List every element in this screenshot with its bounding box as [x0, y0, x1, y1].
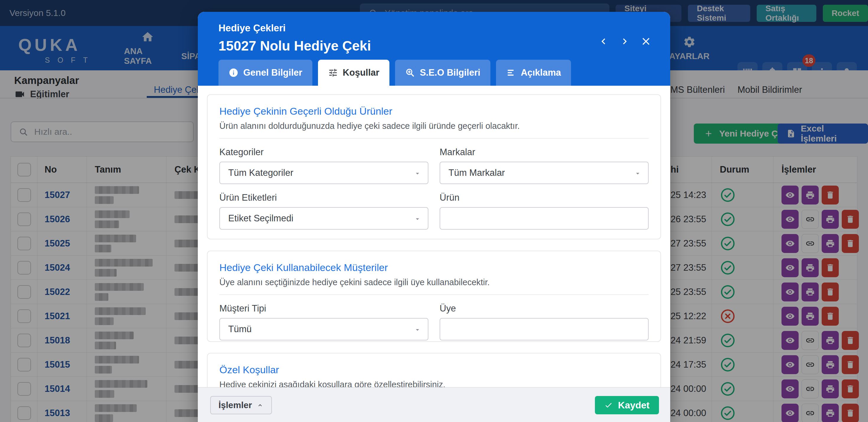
section-special-conditions: Özel Koşullar Hediye çekinizi aşağıdaki …: [207, 353, 661, 387]
section-title: Özel Koşullar: [219, 364, 649, 375]
categories-select[interactable]: Tüm Kategoriler: [219, 162, 428, 184]
chevron-down-icon: [634, 170, 642, 177]
prev-record-button[interactable]: [597, 35, 609, 47]
brands-select[interactable]: Tüm Markalar: [440, 162, 649, 184]
sliders-icon: [328, 68, 338, 78]
modal-breadcrumb: Hediye Çekleri: [218, 23, 285, 34]
tab-aciklama[interactable]: Açıklama: [496, 60, 571, 86]
search-plus-icon: [405, 68, 415, 78]
modal-footer: İşlemler Kaydet: [198, 387, 670, 422]
chevron-up-icon: [256, 402, 264, 409]
modal-tabs: Genel Bilgiler Koşullar S.E.O Bilgileri …: [218, 60, 571, 86]
field-label-uye: Üye: [440, 303, 649, 314]
member-input[interactable]: [440, 318, 649, 340]
tab-kosullar[interactable]: Koşullar: [318, 60, 390, 86]
field-label-urun-etiketleri: Ürün Etiketleri: [219, 192, 428, 203]
tab-genel-bilgiler[interactable]: Genel Bilgiler: [218, 60, 312, 86]
field-label-urun: Ürün: [440, 192, 649, 203]
section-title: Hediye Çeki Kullanabilecek Müşteriler: [219, 262, 649, 273]
info-circle-icon: [228, 68, 239, 78]
field-label-kategoriler: Kategoriler: [219, 147, 428, 158]
check-icon: [604, 401, 613, 409]
modal-body: Hediye Çekinin Geçerli Olduğu Ürünler Ür…: [198, 86, 670, 387]
save-button[interactable]: Kaydet: [595, 396, 659, 414]
customer-type-select[interactable]: Tümü: [219, 318, 428, 340]
field-label-markalar: Markalar: [440, 147, 649, 158]
chevron-down-icon: [414, 170, 421, 177]
section-eligible-customers: Hediye Çeki Kullanabilecek Müşteriler Üy…: [207, 251, 661, 342]
close-icon[interactable]: [640, 35, 652, 47]
modal-controls: [597, 35, 652, 47]
section-description: Üye alanını seçtiğinizde hediye çekini s…: [219, 278, 649, 287]
operations-button[interactable]: İşlemler: [210, 396, 272, 414]
product-tags-select[interactable]: Etiket Seçilmedi: [219, 207, 428, 230]
field-label-musteri-tipi: Müşteri Tipi: [219, 303, 428, 314]
modal-title: 15027 Nolu Hediye Çeki: [218, 38, 371, 54]
section-description: Ürün alanını doldurduğunuzda hediye çeki…: [219, 121, 649, 131]
section-title: Hediye Çekinin Geçerli Olduğu Ürünler: [219, 106, 649, 117]
product-input[interactable]: [440, 207, 649, 230]
chevron-down-icon: [414, 326, 421, 334]
section-description: Hediye çekinizi aşağıdaki koşullara göre…: [219, 380, 649, 387]
section-valid-products: Hediye Çekinin Geçerli Olduğu Ürünler Ür…: [207, 94, 661, 240]
lines-icon: [506, 68, 516, 78]
tab-seo-bilgileri[interactable]: S.E.O Bilgileri: [395, 60, 490, 86]
modal-header: Hediye Çekleri 15027 Nolu Hediye Çeki Ge…: [198, 12, 670, 86]
chevron-down-icon: [414, 215, 421, 223]
gift-voucher-modal: Hediye Çekleri 15027 Nolu Hediye Çeki Ge…: [198, 12, 670, 422]
next-record-button[interactable]: [619, 35, 631, 47]
